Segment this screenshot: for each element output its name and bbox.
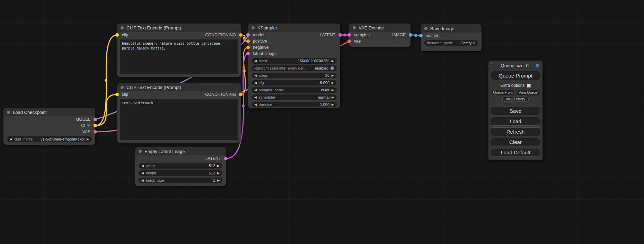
clip-input-dot[interactable]: [115, 93, 119, 96]
left-arrow-icon[interactable]: ◀: [254, 60, 257, 63]
widget-label: denoise: [259, 102, 272, 107]
right-arrow-icon[interactable]: ▶: [332, 60, 334, 63]
vae-input-dot[interactable]: [347, 39, 351, 43]
node-title-bar[interactable]: KSampler: [248, 24, 340, 32]
widget-label: scheduler: [259, 95, 275, 99]
widget-value: v1-5-pruned-emaonly.ckpt: [41, 137, 85, 141]
sampler-name-widget[interactable]: ◀ sampler_name euler ▶: [252, 87, 337, 93]
right-arrow-icon[interactable]: ▶: [217, 179, 220, 182]
slot-label-clip-input: clip: [122, 33, 128, 37]
node-title-bar[interactable]: Load Checkpoint: [3, 108, 95, 116]
conditioning-output-dot[interactable]: [239, 33, 242, 37]
load-button[interactable]: Load: [491, 117, 540, 126]
left-arrow-icon[interactable]: ◀: [10, 138, 12, 141]
right-arrow-icon[interactable]: ▶: [217, 164, 220, 168]
node-empty-latent-image[interactable]: Empty Latent Image LATENT ◀ width 512 ▶ …: [135, 147, 226, 186]
node-ksampler[interactable]: KSampler model LATENT positive negative …: [248, 24, 340, 108]
view-queue-button[interactable]: View Queue: [516, 90, 540, 95]
image-output-dot[interactable]: [409, 33, 412, 37]
images-input-dot[interactable]: [419, 34, 423, 37]
scheduler-widget[interactable]: ◀ scheduler normal ▶: [252, 94, 337, 100]
left-arrow-icon[interactable]: ◀: [254, 74, 257, 77]
slot-row: model LATENT: [248, 32, 340, 38]
node-title-bar[interactable]: CLIP Text Encode (Prompt): [117, 83, 241, 91]
right-arrow-icon[interactable]: ▶: [332, 81, 334, 84]
right-arrow-icon[interactable]: ▶: [87, 138, 89, 141]
width-widget[interactable]: ◀ width 512 ▶: [139, 163, 222, 169]
steps-widget[interactable]: ◀ steps 20 ▶: [252, 73, 337, 78]
clip-output-dot[interactable]: [94, 124, 97, 127]
collapse-dot-icon[interactable]: [7, 111, 10, 114]
widget-value: 1.000: [320, 102, 330, 107]
widget-value: ComfyUI: [460, 41, 475, 45]
graph-canvas[interactable]: Load Checkpoint MODEL CLIP VAE ◀ ckpt_na…: [0, 0, 644, 244]
queue-panel[interactable]: ⠿ Queue size: 0 ⚙ Queue Prompt Extra opt…: [488, 61, 542, 160]
left-arrow-icon[interactable]: ◀: [254, 89, 257, 92]
extra-options-checkbox[interactable]: [527, 84, 531, 88]
random-seed-toggle-widget[interactable]: Random seed after every gen enabled: [252, 65, 337, 71]
left-arrow-icon[interactable]: ◀: [254, 81, 257, 84]
collapse-dot-icon[interactable]: [121, 86, 124, 89]
right-arrow-icon[interactable]: ▶: [217, 172, 220, 175]
seed-widget[interactable]: ◀ seed 156680208700286 ▶: [252, 58, 337, 64]
node-vae-decode[interactable]: VAE Decode samples IMAGE vae: [349, 24, 411, 47]
height-widget[interactable]: ◀ height 512 ▶: [139, 170, 222, 176]
node-title: CLIP Text Encode (Prompt): [126, 85, 181, 90]
node-title-bar[interactable]: CLIP Text Encode (Prompt): [117, 24, 241, 32]
model-output-dot[interactable]: [94, 118, 97, 121]
save-button[interactable]: Save: [491, 107, 540, 115]
view-history-button[interactable]: View History: [502, 97, 529, 102]
ckpt-name-widget[interactable]: ◀ ckpt_name v1-5-pruned-emaonly.ckpt ▶: [7, 136, 92, 142]
collapse-dot-icon[interactable]: [353, 26, 356, 29]
cfg-widget[interactable]: ◀ cfg 8.000 ▶: [252, 80, 337, 85]
left-arrow-icon[interactable]: ◀: [254, 103, 257, 106]
settings-gear-icon[interactable]: ⚙: [536, 63, 540, 68]
latent-output-dot[interactable]: [338, 33, 342, 37]
collapse-dot-icon[interactable]: [139, 150, 142, 153]
widget-label: filename_prefix: [427, 41, 453, 45]
filename-prefix-widget[interactable]: filename_prefix ComfyUI: [424, 40, 478, 46]
node-clip-text-encode-positive[interactable]: CLIP Text Encode (Prompt) clip CONDITION…: [117, 24, 241, 77]
node-title-bar[interactable]: Empty Latent Image: [135, 147, 226, 155]
vae-output-dot[interactable]: [94, 130, 97, 134]
left-arrow-icon[interactable]: ◀: [141, 164, 144, 168]
model-input-dot[interactable]: [246, 33, 250, 37]
clip-input-dot[interactable]: [115, 33, 119, 37]
toggle-dot-icon[interactable]: [330, 66, 334, 70]
conditioning-output-dot[interactable]: [239, 93, 242, 96]
node-title-bar[interactable]: VAE Decode: [349, 24, 411, 32]
samples-input-dot[interactable]: [347, 33, 351, 37]
queue-prompt-button[interactable]: Queue Prompt: [491, 71, 540, 80]
right-arrow-icon[interactable]: ▶: [332, 89, 334, 92]
drag-handle-icon[interactable]: ⠿: [491, 63, 494, 68]
left-arrow-icon[interactable]: ◀: [141, 179, 144, 182]
refresh-button[interactable]: Refresh: [491, 127, 540, 136]
widget-value: euler: [321, 88, 329, 92]
left-arrow-icon[interactable]: ◀: [141, 172, 144, 175]
node-title-bar[interactable]: Save Image: [421, 24, 482, 33]
node-clip-text-encode-negative[interactable]: CLIP Text Encode (Prompt) clip CONDITION…: [117, 83, 241, 143]
positive-prompt-textarea[interactable]: beautiful scenery nature glass bottle la…: [120, 39, 238, 74]
right-arrow-icon[interactable]: ▶: [332, 103, 334, 106]
denoise-widget[interactable]: ◀ denoise 1.000 ▶: [252, 102, 337, 107]
batch-size-widget[interactable]: ◀ batch_size 1 ▶: [139, 178, 222, 183]
negative-prompt-textarea[interactable]: text, watermark: [120, 99, 238, 140]
collapse-dot-icon[interactable]: [252, 26, 255, 29]
clear-button[interactable]: Clear: [491, 138, 540, 146]
queue-front-button[interactable]: Queue Front: [491, 90, 515, 95]
node-save-image[interactable]: Save Image images filename_prefix ComfyU…: [421, 24, 482, 51]
collapse-dot-icon[interactable]: [121, 26, 124, 29]
negative-input-dot[interactable]: [246, 46, 250, 49]
node-title: VAE Decode: [359, 25, 384, 30]
node-load-checkpoint[interactable]: Load Checkpoint MODEL CLIP VAE ◀ ckpt_na…: [3, 108, 95, 145]
widget-label: width: [146, 164, 155, 168]
left-arrow-icon[interactable]: ◀: [254, 96, 257, 99]
load-default-button[interactable]: Load Default: [491, 148, 540, 157]
right-arrow-icon[interactable]: ▶: [332, 96, 334, 99]
latent-image-input-dot[interactable]: [246, 52, 250, 55]
latent-output-dot[interactable]: [224, 157, 228, 160]
positive-input-dot[interactable]: [246, 39, 250, 43]
widget-label: height: [146, 171, 156, 175]
collapse-dot-icon[interactable]: [424, 27, 427, 30]
right-arrow-icon[interactable]: ▶: [332, 74, 334, 77]
